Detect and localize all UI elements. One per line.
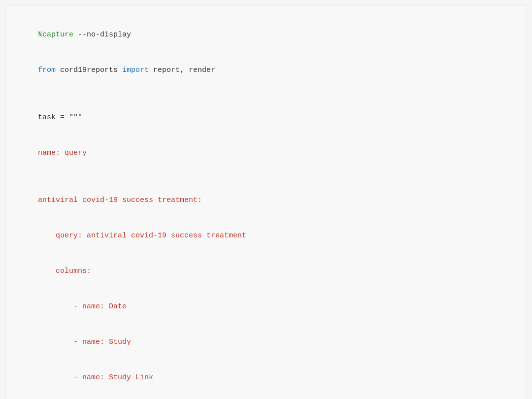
section-header: antiviral covid-19 success treatment: bbox=[38, 196, 202, 204]
col-date: - name: Date bbox=[20, 289, 512, 325]
query-key: query: bbox=[38, 232, 82, 240]
task-assign: task = """ bbox=[38, 113, 82, 122]
magic-args: --no-display bbox=[73, 31, 131, 39]
module-name: cord19reports bbox=[56, 66, 122, 74]
line-query: query: antiviral covid-19 success treatm… bbox=[20, 218, 512, 254]
blank-1 bbox=[20, 88, 512, 100]
blank-2 bbox=[20, 171, 512, 183]
columns-key: columns: bbox=[38, 267, 91, 275]
col-journal: - name: Journal bbox=[20, 396, 512, 399]
keyword-from: from bbox=[38, 66, 56, 74]
col-study-text: - name: Study bbox=[38, 338, 131, 346]
line-columns-key: columns: bbox=[20, 254, 512, 289]
query-val: antiviral covid-19 success treatment bbox=[82, 232, 246, 240]
col-date-text: - name: Date bbox=[38, 302, 127, 311]
name-val: query bbox=[60, 149, 87, 157]
magic-command: %capture bbox=[38, 31, 73, 39]
name-key: name: bbox=[38, 149, 60, 157]
col-study-link-text: - name: Study Link bbox=[38, 373, 153, 382]
import-names: report, render bbox=[149, 66, 215, 74]
col-study: - name: Study bbox=[20, 325, 512, 360]
col-study-link: - name: Study Link bbox=[20, 360, 512, 396]
line-section-header: antiviral covid-19 success treatment: bbox=[20, 183, 512, 218]
line-1: %capture --no-display bbox=[20, 17, 512, 53]
line-2: from cord19reports import report, render bbox=[20, 53, 512, 88]
line-name-key: name: query bbox=[20, 135, 512, 171]
keyword-import: import bbox=[122, 66, 149, 74]
line-task-assign: task = """ bbox=[20, 100, 512, 135]
code-block: %capture --no-display from cord19reports… bbox=[5, 5, 527, 399]
